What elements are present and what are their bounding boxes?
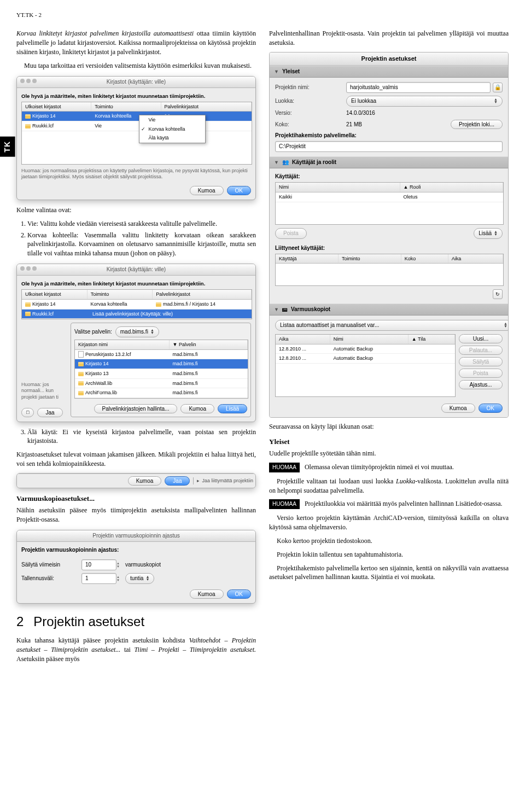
backup-filter-select[interactable]: Listaa automaattiset ja manuaaliset var.… [275,320,509,331]
table-row[interactable]: 12.8.2010 ...Automatic Backup [276,344,455,354]
libraries-table: Ulkoiset kirjastot Toiminto Palvelinkirj… [21,289,252,319]
col-header: ▼ Palvelin [170,340,248,349]
backup-new-button[interactable]: Uusi... [459,334,503,343]
list-item: Korvaa kohteella: Vasemmalla valittu lin… [27,231,256,258]
small-button[interactable]: □ [21,408,34,417]
table-row[interactable]: 12.8.2010 ...Automatic Backup [276,354,455,364]
paragraph: Uudelle projektille syötetään tähän nimi… [269,449,509,458]
window-dot[interactable] [32,79,37,83]
server-select[interactable]: mad.bims.fi▲▼ [115,326,159,337]
left-column: Korvaa linkitetyt kirjastot palvelimen k… [16,29,256,668]
stepper[interactable]: ▲▼ [116,575,120,582]
window-dot[interactable] [26,266,31,271]
right-column: Palvelintenhallinan Projektit-osasta. Va… [269,29,509,668]
dialog-heading: Projektin varmuuskopioinnin ajastus: [21,546,251,554]
window-dot[interactable] [32,266,37,271]
table-row[interactable]: KaikkiOletus [276,192,503,202]
window-dot[interactable] [20,266,25,271]
add-user-button[interactable]: Lisää▲▼ [474,228,503,239]
dropdown-item[interactable]: Korvaa kohteella [139,125,205,134]
table-row[interactable]: Kirjasto 13mad.bims.fi [75,369,248,379]
ok-button[interactable]: OK [227,186,251,195]
paragraph: Korvaa linkitetyt kirjastot palvelimen k… [16,29,256,56]
interval-unit-select[interactable]: tuntia▲▼ [125,573,154,584]
folder-icon [25,114,31,119]
col-header: Palvelinkirjastot [161,102,252,112]
folder-icon [78,391,84,395]
project-dir-input[interactable]: C:\Projektit [275,141,503,152]
remove-user-button[interactable]: Poista [275,228,307,239]
action-dropdown[interactable]: Vie Korvaa kohteella Älä käytä [139,115,206,143]
project-settings-panel: Projektin asetukset ▼Yleiset Projektin n… [269,52,509,418]
lock-icon[interactable] [493,83,503,92]
italic-phrase: Korvaa linkitetyt kirjastot palvelimen k… [16,30,194,37]
dialog-instruction: Ole hyvä ja määrittele, miten linkitetyt… [21,280,251,287]
joined-users-table: Käyttäjä Toiminto Koko Aika [275,254,504,287]
window-dot[interactable] [20,79,25,83]
project-log-button[interactable]: Projektin loki... [451,120,503,129]
numbered-list-cont: Älä käytä: Ei vie kyseistä kirjastoa pal… [16,428,256,446]
label: Koko: [275,121,346,128]
table-row[interactable]: ArchiForma.libmad.bims.fi [75,388,248,398]
libraries-dialog-2: Kirjastot (käyttäjän: ville) Ole hyvä ja… [16,264,256,422]
backup-restore-button[interactable]: Palauta... [459,346,503,355]
col-header: Kirjaston nimi [75,340,170,349]
interval-input[interactable]: 1 [81,573,116,584]
manage-server-libs-button[interactable]: Palvelinkirjastojen hallinta... [94,404,178,413]
class-select[interactable]: Ei luokkaa▲▼ [346,96,503,107]
libraries-table: Ulkoiset kirjastot Toiminto Palvelinkirj… [21,102,252,165]
col-header: Ulkoiset kirjastot [22,102,91,112]
share-button[interactable]: Jaa [37,408,62,417]
table-row[interactable]: Kirjasto 14 Korvaa kohteella mad.bims.fi… [22,300,252,309]
share-button[interactable]: Jaa [165,476,190,486]
note-badge: HUOMAA [269,463,300,472]
group-header-backups[interactable]: ▼Varmuuskopiot [270,303,508,316]
table-row[interactable]: Peruskirjasto 13.2.lcfmad.bims.fi [75,350,248,360]
refresh-icon[interactable]: ↻ [493,289,503,299]
backups-table: Aika Nimi ▲ Tila 12.8.2010 ...Automatic … [275,334,456,397]
table-row[interactable]: Ruukki.lcf Lisää palvelinkirjastot (Käyt… [22,309,252,319]
dropdown-item[interactable]: Vie [139,115,205,125]
backup-delete-button[interactable]: Poista [459,369,503,378]
table-row[interactable]: ArchiWall.libmad.bims.fi [75,379,248,389]
dialog-note: Huomaa: jos normaalissa projektissa on k… [21,168,251,180]
group-header-users[interactable]: ▼Käyttäjät ja roolit [270,156,508,168]
group-header-general[interactable]: ▼Yleiset [270,66,508,78]
backup-keep-button[interactable]: Säilytä [459,357,503,366]
ok-button[interactable]: OK [227,589,251,599]
share-without-join-menu[interactable]: ▸ Jaa liittymättä projektiin [193,477,253,484]
add-button[interactable]: Lisää [218,404,247,413]
paragraph: Koko kertoo projektin tiedostokoon. [269,536,509,546]
folder-icon [25,312,31,316]
ok-button[interactable]: OK [479,404,503,413]
keep-last-input[interactable]: 10 [81,559,116,570]
note-paragraph: HUOMAA Olemassa olevan tiimityöprojektin… [269,463,509,472]
cancel-button[interactable]: Kumoa [180,404,214,413]
cancel-button[interactable]: Kumoa [190,186,224,195]
paragraph: Muu tapa tarkoittaa eri versioiden valit… [16,61,256,71]
disk-icon [282,306,288,313]
table-row[interactable]: Kirjasto 14mad.bims.fi [75,359,248,369]
project-name-input[interactable]: harjoitustalo_valmis [346,82,491,93]
table-row[interactable]: Ruukki.lcf Vie cf Vie Korvaa kohteella Ä… [22,121,252,131]
paragraph: Palvelintenhallinan Projektit-osasta. Va… [269,29,509,48]
col-header: ▲ Rooli [400,183,504,192]
backup-schedule-button[interactable]: Ajastus... [459,380,503,389]
subheading: Varmuuskopioasetukset... [16,494,256,504]
cancel-button[interactable]: Kumoa [190,589,224,599]
libraries-dialog-1: Kirjastot (käyttäjän: ville) Ole hyvä ja… [16,76,256,200]
table-row[interactable]: Kirjasto 14 Korvaa kohteella 14 [22,112,252,121]
window-dot[interactable] [26,79,31,83]
stepper[interactable]: ▲▼ [116,562,120,568]
cancel-button[interactable]: Kumoa [128,476,162,486]
section-title: Projektin asetukset [33,612,144,631]
col-header: Käyttäjä [276,254,339,264]
dropdown-item[interactable]: Älä käytä [139,133,205,143]
page-header: YT.TK - 2 [16,11,509,19]
col-header: Toiminto [339,254,401,264]
label: Liittyneet käyttäjät: [275,244,503,252]
dialog-title: Kirjastot (käyttäjän: ville) [107,79,166,85]
note-badge: HUOMAA [269,499,300,509]
cancel-button[interactable]: Kumoa [441,404,475,413]
col-header: Nimi [276,183,400,192]
